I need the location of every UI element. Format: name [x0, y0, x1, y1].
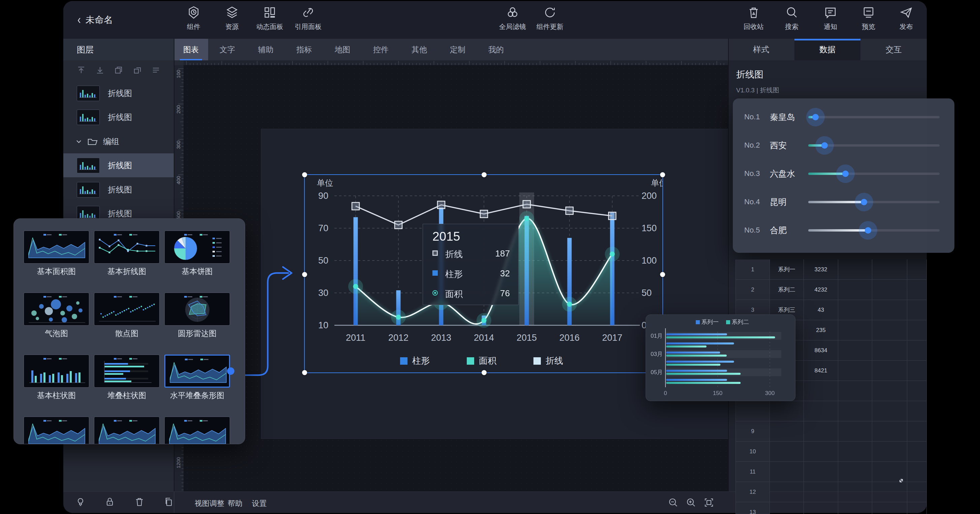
- tab-data[interactable]: 数据: [794, 39, 861, 60]
- table-cell[interactable]: [838, 320, 872, 340]
- table-cell[interactable]: [872, 381, 907, 401]
- tab-interaction[interactable]: 交互: [861, 39, 927, 60]
- table-cell[interactable]: [838, 381, 872, 401]
- tab-auxiliary[interactable]: 辅助: [247, 39, 285, 60]
- table-cell[interactable]: [907, 361, 927, 381]
- table-cell[interactable]: 系列二: [770, 280, 804, 300]
- table-cell[interactable]: [907, 482, 927, 502]
- resize-handle[interactable]: [660, 272, 665, 277]
- table-cell[interactable]: [907, 300, 927, 320]
- tab-custom[interactable]: 定制: [439, 39, 477, 60]
- resize-diagonal-icon[interactable]: [896, 476, 906, 487]
- table-cell[interactable]: [872, 502, 907, 514]
- library-card[interactable]: 气泡图: [24, 292, 89, 346]
- move-to-bottom-icon[interactable]: [95, 66, 104, 76]
- library-card[interactable]: 基本饼图: [164, 231, 230, 284]
- zoom-in-icon[interactable]: [686, 498, 696, 509]
- delete-icon[interactable]: [134, 497, 145, 508]
- layer-group-row[interactable]: 编组: [63, 131, 174, 152]
- library-card[interactable]: [24, 417, 89, 444]
- tab-others[interactable]: 其他: [400, 39, 439, 60]
- slider-track[interactable]: [808, 201, 940, 203]
- table-cell[interactable]: [907, 280, 927, 300]
- menu-publish[interactable]: 发布: [885, 6, 927, 31]
- table-cell[interactable]: [838, 401, 872, 421]
- table-cell[interactable]: [907, 421, 927, 442]
- table-cell[interactable]: [770, 421, 804, 442]
- table-cell[interactable]: [872, 401, 907, 421]
- table-cell[interactable]: [907, 340, 927, 361]
- table-cell[interactable]: [838, 260, 872, 280]
- menu-notifications[interactable]: 通知: [808, 6, 853, 31]
- table-cell[interactable]: [770, 442, 804, 462]
- table-cell[interactable]: [770, 482, 804, 502]
- table-cell[interactable]: [872, 300, 907, 320]
- tab-text[interactable]: 文字: [208, 39, 247, 60]
- table-cell[interactable]: [838, 462, 872, 482]
- slider-track[interactable]: [808, 229, 940, 231]
- slider-track[interactable]: [808, 172, 940, 175]
- table-cell[interactable]: [804, 401, 838, 421]
- table-cell[interactable]: [907, 381, 927, 401]
- table-cell[interactable]: [907, 462, 927, 482]
- menu-reference-panel[interactable]: 引用面板: [286, 6, 330, 31]
- group-icon[interactable]: [114, 66, 123, 76]
- table-cell[interactable]: [838, 421, 872, 442]
- table-cell[interactable]: [838, 482, 872, 502]
- table-cell[interactable]: [907, 502, 927, 514]
- table-cell[interactable]: [838, 300, 872, 320]
- layer-item-selected[interactable]: 折线图: [63, 153, 174, 177]
- table-cell[interactable]: [770, 462, 804, 482]
- table-cell[interactable]: [907, 442, 927, 462]
- library-card[interactable]: 基本面积图: [24, 231, 89, 284]
- table-cell[interactable]: [838, 280, 872, 300]
- table-cell[interactable]: [838, 361, 872, 381]
- lock-icon[interactable]: [105, 497, 115, 508]
- menu-dynamic-panel[interactable]: 动态面板: [248, 6, 292, 31]
- table-cell[interactable]: [872, 320, 907, 340]
- tab-widgets[interactable]: 控件: [362, 39, 400, 60]
- library-card[interactable]: [164, 417, 230, 444]
- resize-handle[interactable]: [482, 172, 487, 177]
- tab-style[interactable]: 样式: [728, 39, 794, 60]
- menu-component-update[interactable]: 组件更新: [528, 6, 572, 31]
- library-card[interactable]: 基本柱状图: [24, 354, 89, 409]
- table-cell[interactable]: [872, 361, 907, 381]
- table-cell[interactable]: 3232: [804, 260, 838, 280]
- slider-track[interactable]: [808, 116, 940, 118]
- view-adjust-button[interactable]: 视图调整: [195, 498, 224, 509]
- list-icon[interactable]: [151, 66, 160, 76]
- library-card[interactable]: 堆叠柱状图: [94, 354, 160, 409]
- menu-search[interactable]: 搜索: [770, 6, 814, 31]
- layer-item[interactable]: 折线图: [63, 178, 174, 201]
- idea-bulb-icon[interactable]: [75, 497, 86, 508]
- table-cell[interactable]: 235: [804, 320, 838, 340]
- table-cell[interactable]: [804, 442, 838, 462]
- table-cell[interactable]: [872, 421, 907, 442]
- back-button[interactable]: ‹ 未命名: [78, 1, 113, 39]
- slider-track[interactable]: [808, 144, 940, 147]
- layer-item[interactable]: 折线图: [63, 81, 174, 105]
- library-card-selected[interactable]: 水平堆叠条形图: [164, 354, 230, 409]
- table-cell[interactable]: [907, 401, 927, 421]
- layer-item[interactable]: 折线图: [63, 105, 174, 129]
- slider-thumb[interactable]: [812, 114, 819, 120]
- menu-resources[interactable]: 资源: [210, 6, 254, 31]
- library-card[interactable]: 圆形雷达图: [164, 292, 230, 346]
- table-cell[interactable]: 系列一: [770, 260, 804, 280]
- library-card[interactable]: 散点图: [94, 292, 160, 346]
- slider-thumb[interactable]: [865, 227, 871, 233]
- slider-thumb[interactable]: [861, 199, 867, 205]
- resize-handle[interactable]: [660, 172, 665, 177]
- table-cell[interactable]: [872, 260, 907, 280]
- table-cell[interactable]: [838, 442, 872, 462]
- selection-frame[interactable]: [304, 174, 663, 373]
- table-cell[interactable]: 8634: [804, 340, 838, 361]
- table-cell[interactable]: 4232: [804, 280, 838, 300]
- resize-handle[interactable]: [302, 172, 307, 177]
- move-to-top-icon[interactable]: [77, 66, 86, 76]
- slider-thumb[interactable]: [821, 142, 828, 148]
- table-cell[interactable]: [907, 320, 927, 340]
- ungroup-icon[interactable]: [133, 66, 142, 76]
- table-cell[interactable]: [872, 442, 907, 462]
